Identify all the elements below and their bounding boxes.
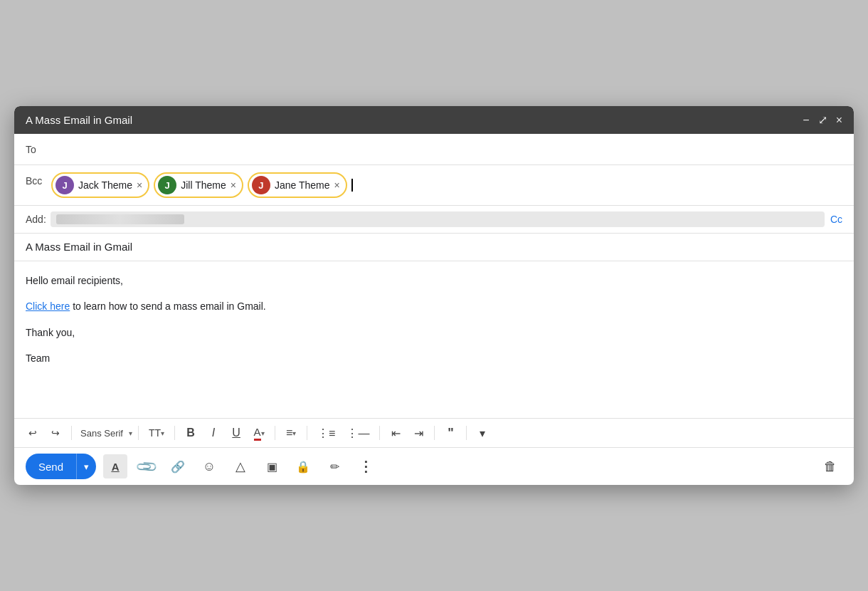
avatar-jill: J bbox=[158, 176, 176, 194]
compose-body: To Bcc J Jack Theme × J Jill Theme × bbox=[14, 134, 854, 485]
close-button[interactable]: × bbox=[836, 114, 842, 127]
photo-button[interactable]: ▣ bbox=[260, 454, 284, 478]
more-options-button[interactable]: ⋮ bbox=[354, 454, 378, 478]
bottom-toolbar: Send ▾ A 📎 🔗 ☺ △ ▣ 🔒 ✏ ⋮ 🗑 bbox=[14, 448, 854, 485]
font-name-label: Sans Serif bbox=[78, 428, 126, 439]
chip-remove-jack[interactable]: × bbox=[137, 180, 142, 190]
emoji-button[interactable]: ☺ bbox=[197, 454, 221, 478]
quote-button[interactable]: " bbox=[440, 423, 460, 443]
lock-button[interactable]: 🔒 bbox=[291, 454, 315, 478]
underline-button[interactable]: U bbox=[226, 423, 246, 443]
bold-button[interactable]: B bbox=[181, 423, 201, 443]
drive-button[interactable]: △ bbox=[228, 454, 253, 478]
toolbar-divider-4 bbox=[275, 426, 275, 440]
chip-name-jane: Jane Theme bbox=[275, 179, 330, 191]
send-button[interactable]: Send ▾ bbox=[26, 454, 96, 479]
attach-button[interactable]: 📎 bbox=[129, 449, 164, 483]
bcc-field-row: Bcc J Jack Theme × J Jill Theme × J Ja bbox=[14, 165, 854, 206]
window-title: A Mass Email in Gmail bbox=[26, 114, 132, 126]
cc-button[interactable]: Cc bbox=[830, 214, 842, 225]
chip-remove-jane[interactable]: × bbox=[334, 180, 340, 190]
compose-window: A Mass Email in Gmail − ⤢ × To Bcc J Jac… bbox=[14, 106, 854, 485]
text-cursor bbox=[351, 179, 353, 192]
toolbar-divider-5 bbox=[307, 426, 307, 440]
add-label: Add: bbox=[26, 214, 46, 225]
expand-button[interactable]: ⤢ bbox=[818, 113, 827, 127]
subject-text: A Mass Email in Gmail bbox=[26, 241, 132, 253]
format-toolbar: ↩ ↪ Sans Serif ▾ TT▾ B I U A▾ ≡▾ ⋮≡ ⋮— bbox=[14, 418, 854, 448]
text-color-button[interactable]: A▾ bbox=[249, 423, 269, 443]
outdent-button[interactable]: ⇤ bbox=[386, 423, 406, 443]
undo-button[interactable]: ↩ bbox=[23, 423, 43, 443]
chip-name-jack: Jack Theme bbox=[78, 179, 132, 191]
italic-button[interactable]: I bbox=[203, 423, 223, 443]
chip-jane: J Jane Theme × bbox=[248, 172, 347, 198]
to-field-row: To bbox=[14, 134, 854, 165]
email-body[interactable]: Hello email recipients, Click here to le… bbox=[14, 261, 854, 418]
chip-remove-jill[interactable]: × bbox=[231, 180, 236, 190]
subject-row: A Mass Email in Gmail bbox=[14, 234, 854, 261]
bcc-label: Bcc bbox=[26, 172, 51, 187]
toolbar-divider-7 bbox=[434, 426, 435, 440]
format-text-button[interactable]: A bbox=[103, 454, 127, 478]
redo-button[interactable]: ↪ bbox=[46, 423, 65, 443]
avatar-jack: J bbox=[55, 176, 74, 194]
window-controls: − ⤢ × bbox=[803, 113, 842, 127]
unordered-list-button[interactable]: ⋮— bbox=[342, 423, 374, 443]
ordered-list-button[interactable]: ⋮≡ bbox=[313, 423, 339, 443]
chip-jill: J Jill Theme × bbox=[154, 172, 243, 198]
more-format-button[interactable]: ▾ bbox=[472, 423, 492, 443]
indent-button[interactable]: ⇥ bbox=[408, 423, 428, 443]
minimize-button[interactable]: − bbox=[803, 114, 809, 127]
closing2-text: Team bbox=[26, 350, 842, 366]
toolbar-divider-3 bbox=[174, 426, 175, 440]
toolbar-divider-8 bbox=[466, 426, 467, 440]
avatar-jane: J bbox=[252, 176, 270, 194]
add-row: Add: Cc bbox=[14, 206, 854, 234]
body-link-paragraph: Click here to learn how to send a mass e… bbox=[26, 298, 842, 314]
toolbar-divider-1 bbox=[71, 426, 72, 440]
font-size-button[interactable]: TT▾ bbox=[144, 423, 169, 443]
bcc-field-content: J Jack Theme × J Jill Theme × J Jane The… bbox=[51, 172, 842, 198]
delete-button[interactable]: 🗑 bbox=[818, 454, 842, 478]
send-dropdown-arrow[interactable]: ▾ bbox=[77, 456, 96, 478]
toolbar-divider-2 bbox=[138, 426, 139, 440]
click-here-link[interactable]: Click here bbox=[26, 300, 70, 312]
align-button[interactable]: ≡▾ bbox=[281, 423, 301, 443]
closing1-text: Thank you, bbox=[26, 325, 842, 340]
link-button[interactable]: 🔗 bbox=[166, 454, 190, 478]
link-suffix-text: to learn how to send a mass email in Gma… bbox=[70, 300, 265, 312]
send-label: Send bbox=[26, 455, 76, 478]
font-dropdown-arrow[interactable]: ▾ bbox=[129, 429, 132, 437]
toolbar-divider-6 bbox=[379, 426, 380, 440]
pencil-button[interactable]: ✏ bbox=[322, 454, 346, 478]
title-bar: A Mass Email in Gmail − ⤢ × bbox=[14, 106, 854, 134]
add-input[interactable] bbox=[51, 211, 825, 227]
chip-jack: J Jack Theme × bbox=[51, 172, 149, 198]
to-label: To bbox=[26, 141, 51, 155]
greeting-text: Hello email recipients, bbox=[26, 273, 842, 288]
chip-name-jill: Jill Theme bbox=[181, 179, 226, 191]
